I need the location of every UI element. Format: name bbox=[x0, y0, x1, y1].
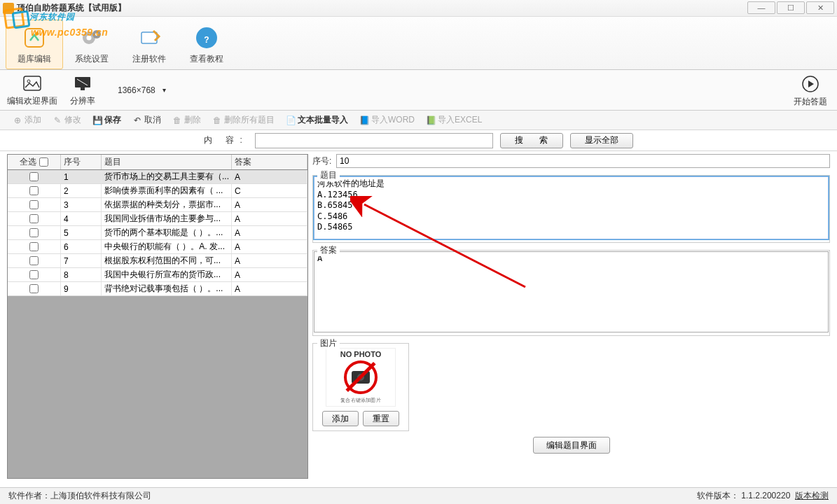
no-photo-icon bbox=[344, 360, 378, 394]
seq-label: 序号: bbox=[312, 155, 333, 167]
gear-icon bbox=[78, 24, 106, 52]
action-toolbar: ⊕添加 ✎修改 💾保存 ↶取消 🗑删除 🗑删除所有题目 📄文本批量导入 📘导入W… bbox=[0, 111, 837, 130]
col-ans-header[interactable]: 答案 bbox=[232, 155, 307, 169]
ribbon-toolbar: 题库编辑 系统设置 注册软件 ? 查看教程 bbox=[0, 17, 837, 70]
select-all-header[interactable]: 全选 bbox=[8, 155, 61, 169]
table-row[interactable]: 8我国中央银行所宣布的货币政...A bbox=[8, 268, 307, 282]
add-button[interactable]: ⊕添加 bbox=[8, 113, 46, 127]
table-row[interactable]: 3依据票据的种类划分，票据市...A bbox=[8, 198, 307, 212]
image-reset-button[interactable]: 重置 bbox=[363, 411, 399, 426]
row-title: 我国同业拆借市场的主要参与... bbox=[102, 212, 232, 225]
minimize-button[interactable]: — bbox=[747, 1, 775, 14]
edit-welcome-button[interactable]: 编辑欢迎界面 bbox=[7, 74, 57, 107]
row-ans: A bbox=[232, 170, 307, 183]
row-checkbox[interactable] bbox=[29, 214, 39, 223]
row-num: 9 bbox=[61, 282, 102, 295]
row-num: 1 bbox=[61, 170, 102, 183]
row-ans: A bbox=[232, 212, 307, 225]
row-num: 5 bbox=[61, 226, 102, 239]
answer-textarea[interactable] bbox=[314, 251, 829, 332]
no-photo-placeholder[interactable]: NO PHOTO 复合右键添加图片 bbox=[326, 348, 396, 407]
delete-all-button[interactable]: 🗑删除所有题目 bbox=[208, 113, 279, 127]
row-checkbox[interactable] bbox=[29, 256, 39, 265]
row-ans: A bbox=[232, 268, 307, 281]
row-checkbox[interactable] bbox=[29, 242, 39, 251]
ribbon-system-settings[interactable]: 系统设置 bbox=[63, 20, 120, 69]
maximize-button[interactable]: ☐ bbox=[777, 1, 805, 14]
svg-point-5 bbox=[95, 33, 98, 36]
resolution-selector[interactable]: 1366×768 ▾ bbox=[113, 84, 166, 97]
table-row[interactable]: 5货币的两个基本职能是（ ）。...A bbox=[8, 226, 307, 240]
search-button[interactable]: 搜 索 bbox=[500, 133, 563, 148]
table-row[interactable]: 9背书绝对记载事项包括（ ）。...A bbox=[8, 282, 307, 296]
import-excel-button[interactable]: 📗导入EXCEL bbox=[422, 113, 486, 127]
row-checkbox[interactable] bbox=[29, 228, 39, 237]
row-num: 4 bbox=[61, 212, 102, 225]
window-title: 顶伯自助答题系统【试用版】 bbox=[17, 2, 126, 14]
question-table: 全选 序号 题目 答案 1货币市场上的交易工具主要有（...A2影响债券票面利率… bbox=[7, 154, 308, 479]
cancel-button[interactable]: ↶取消 bbox=[128, 113, 165, 127]
detail-pane: 序号: 题目 答案 图片 NO PHOTO 复合右键添加图片 添加 重置 编辑题… bbox=[312, 154, 830, 479]
row-checkbox[interactable] bbox=[29, 172, 39, 181]
image-legend: 图片 bbox=[317, 337, 340, 349]
row-title: 背书绝对记载事项包括（ ）。... bbox=[102, 282, 232, 295]
start-answer-button[interactable]: 开始答题 bbox=[794, 74, 827, 108]
row-ans: C bbox=[232, 184, 307, 197]
seq-input[interactable] bbox=[336, 154, 830, 168]
undo-icon: ↶ bbox=[132, 115, 142, 125]
question-textarea[interactable] bbox=[314, 176, 829, 239]
close-button[interactable]: ✕ bbox=[806, 1, 834, 14]
import-word-button[interactable]: 📘导入WORD bbox=[355, 113, 419, 127]
select-all-checkbox[interactable] bbox=[39, 158, 48, 167]
modify-button[interactable]: ✎修改 bbox=[48, 113, 85, 127]
window-controls: — ☐ ✕ bbox=[747, 1, 834, 14]
col-num-header[interactable]: 序号 bbox=[61, 155, 102, 169]
word-icon: 📘 bbox=[359, 115, 369, 125]
ribbon-tutorial[interactable]: ? 查看教程 bbox=[178, 20, 235, 69]
answer-legend: 答案 bbox=[317, 244, 340, 256]
show-all-button[interactable]: 显示全部 bbox=[570, 133, 633, 148]
row-title: 货币市场上的交易工具主要有（... bbox=[102, 170, 232, 183]
table-row[interactable]: 2影响债券票面利率的因素有（ ...C bbox=[8, 184, 307, 198]
row-title: 我国中央银行所宣布的货币政... bbox=[102, 268, 232, 281]
excel-icon: 📗 bbox=[426, 115, 436, 125]
table-row[interactable]: 1货币市场上的交易工具主要有（...A bbox=[8, 170, 307, 184]
row-title: 货币的两个基本职能是（ ）。... bbox=[102, 226, 232, 239]
edit-question-ui-button[interactable]: 编辑题目界面 bbox=[533, 437, 610, 454]
svg-rect-6 bbox=[141, 32, 157, 43]
trash-icon: 🗑 bbox=[212, 115, 222, 125]
table-row[interactable]: 6中央银行的职能有（ ）。A. 发...A bbox=[8, 240, 307, 254]
image-add-button[interactable]: 添加 bbox=[322, 411, 359, 426]
svg-point-1 bbox=[36, 32, 39, 36]
row-checkbox[interactable] bbox=[29, 186, 39, 195]
row-title: 依据票据的种类划分，票据市... bbox=[102, 198, 232, 211]
title-bar: 顶伯自助答题系统【试用版】 — ☐ ✕ bbox=[0, 0, 837, 17]
document-icon: 📄 bbox=[286, 115, 296, 125]
text-import-button[interactable]: 📄文本批量导入 bbox=[282, 113, 352, 127]
row-num: 8 bbox=[61, 268, 102, 281]
app-icon bbox=[3, 3, 14, 14]
row-checkbox[interactable] bbox=[29, 200, 39, 209]
save-button[interactable]: 💾保存 bbox=[88, 113, 125, 127]
svg-rect-0 bbox=[25, 29, 43, 47]
ribbon-register[interactable]: 注册软件 bbox=[120, 20, 178, 69]
delete-button[interactable]: 🗑删除 bbox=[168, 113, 205, 127]
resolution-button[interactable]: 分辨率 bbox=[57, 74, 108, 107]
row-checkbox[interactable] bbox=[29, 284, 39, 293]
search-input[interactable] bbox=[255, 133, 493, 148]
svg-rect-12 bbox=[81, 88, 85, 90]
pencil-icon: ✎ bbox=[53, 115, 62, 125]
help-icon: ? bbox=[193, 24, 221, 52]
row-checkbox[interactable] bbox=[29, 270, 39, 279]
svg-text:?: ? bbox=[204, 35, 209, 45]
row-num: 2 bbox=[61, 184, 102, 197]
sub-toolbar: 编辑欢迎界面 分辨率 1366×768 ▾ 开始答题 bbox=[0, 70, 837, 111]
question-legend: 题目 bbox=[317, 169, 340, 181]
ribbon-question-bank-edit[interactable]: 题库编辑 bbox=[6, 20, 63, 69]
table-row[interactable]: 4我国同业拆借市场的主要参与...A bbox=[8, 212, 307, 226]
table-row[interactable]: 7根据股东权利范围的不同，可...A bbox=[8, 254, 307, 268]
trash-icon: 🗑 bbox=[172, 115, 182, 125]
col-title-header[interactable]: 题目 bbox=[102, 155, 232, 169]
row-ans: A bbox=[232, 226, 307, 239]
check-update-link[interactable]: 版本检测 bbox=[795, 491, 829, 500]
